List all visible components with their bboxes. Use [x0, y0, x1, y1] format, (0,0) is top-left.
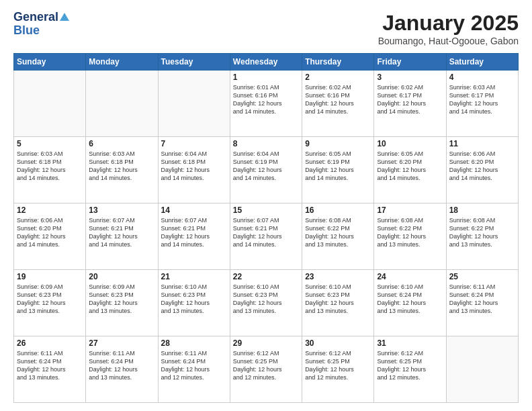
day-info: Sunrise: 6:11 AM Sunset: 6:24 PM Dayligh… [161, 349, 227, 382]
calendar-weekday-saturday: Saturday [446, 54, 518, 71]
day-info: Sunrise: 6:03 AM Sunset: 6:17 PM Dayligh… [449, 83, 515, 116]
calendar-cell: 2Sunrise: 6:02 AM Sunset: 6:16 PM Daylig… [302, 71, 374, 137]
logo-blue: Blue [13, 24, 40, 38]
day-number: 11 [449, 139, 515, 148]
day-number: 16 [305, 205, 371, 215]
calendar-weekday-wednesday: Wednesday [230, 54, 302, 71]
day-number: 13 [89, 205, 154, 215]
calendar-week-0: 1Sunrise: 6:01 AM Sunset: 6:16 PM Daylig… [14, 71, 519, 137]
day-info: Sunrise: 6:07 AM Sunset: 6:21 PM Dayligh… [233, 216, 299, 249]
location-title: Boumango, Haut-Ogooue, Gabon [378, 36, 519, 46]
header: General Blue January 2025 Boumango, Haut… [13, 11, 519, 46]
calendar-cell [14, 71, 86, 137]
calendar-cell: 7Sunrise: 6:04 AM Sunset: 6:18 PM Daylig… [158, 137, 230, 203]
day-info: Sunrise: 6:08 AM Sunset: 6:22 PM Dayligh… [377, 216, 443, 249]
calendar-cell: 13Sunrise: 6:07 AM Sunset: 6:21 PM Dayli… [86, 203, 158, 270]
calendar-weekday-thursday: Thursday [302, 54, 374, 71]
day-info: Sunrise: 6:11 AM Sunset: 6:24 PM Dayligh… [89, 349, 154, 382]
calendar-cell: 21Sunrise: 6:10 AM Sunset: 6:23 PM Dayli… [158, 270, 230, 336]
day-info: Sunrise: 6:04 AM Sunset: 6:19 PM Dayligh… [233, 150, 299, 183]
calendar-week-1: 5Sunrise: 6:03 AM Sunset: 6:18 PM Daylig… [14, 137, 519, 203]
day-number: 20 [89, 272, 154, 281]
day-info: Sunrise: 6:06 AM Sunset: 6:20 PM Dayligh… [449, 150, 515, 183]
day-number: 29 [233, 338, 299, 348]
day-info: Sunrise: 6:09 AM Sunset: 6:23 PM Dayligh… [89, 283, 154, 316]
calendar-cell: 9Sunrise: 6:05 AM Sunset: 6:19 PM Daylig… [302, 137, 374, 203]
day-number: 18 [449, 205, 515, 215]
day-number: 6 [89, 139, 154, 148]
day-number: 22 [233, 272, 299, 281]
day-info: Sunrise: 6:10 AM Sunset: 6:23 PM Dayligh… [161, 283, 227, 316]
calendar-week-2: 12Sunrise: 6:06 AM Sunset: 6:20 PM Dayli… [14, 203, 519, 270]
calendar-cell: 26Sunrise: 6:11 AM Sunset: 6:24 PM Dayli… [14, 336, 86, 403]
calendar-cell: 11Sunrise: 6:06 AM Sunset: 6:20 PM Dayli… [446, 137, 518, 203]
day-number: 31 [377, 338, 443, 348]
day-number: 4 [449, 73, 515, 82]
day-info: Sunrise: 6:09 AM Sunset: 6:23 PM Dayligh… [17, 283, 83, 316]
day-info: Sunrise: 6:06 AM Sunset: 6:20 PM Dayligh… [17, 216, 83, 249]
day-number: 1 [233, 73, 299, 82]
day-info: Sunrise: 6:12 AM Sunset: 6:25 PM Dayligh… [233, 349, 299, 382]
title-area: January 2025 Boumango, Haut-Ogooue, Gabo… [378, 11, 519, 46]
svg-marker-0 [60, 13, 69, 21]
month-title: January 2025 [378, 11, 519, 36]
day-number: 12 [17, 205, 83, 215]
day-number: 3 [377, 73, 443, 82]
calendar-cell: 4Sunrise: 6:03 AM Sunset: 6:17 PM Daylig… [446, 71, 518, 137]
day-info: Sunrise: 6:11 AM Sunset: 6:24 PM Dayligh… [449, 283, 515, 316]
day-number: 10 [377, 139, 443, 148]
calendar-cell: 19Sunrise: 6:09 AM Sunset: 6:23 PM Dayli… [14, 270, 86, 336]
day-number: 19 [17, 272, 83, 281]
calendar-cell: 5Sunrise: 6:03 AM Sunset: 6:18 PM Daylig… [14, 137, 86, 203]
calendar-cell: 6Sunrise: 6:03 AM Sunset: 6:18 PM Daylig… [86, 137, 158, 203]
calendar-cell: 16Sunrise: 6:08 AM Sunset: 6:22 PM Dayli… [302, 203, 374, 270]
logo-icon [58, 11, 71, 24]
calendar-header-row: SundayMondayTuesdayWednesdayThursdayFrid… [14, 54, 519, 71]
calendar-weekday-monday: Monday [86, 54, 158, 71]
day-number: 15 [233, 205, 299, 215]
calendar-cell: 3Sunrise: 6:02 AM Sunset: 6:17 PM Daylig… [374, 71, 446, 137]
day-info: Sunrise: 6:02 AM Sunset: 6:16 PM Dayligh… [305, 83, 371, 116]
day-info: Sunrise: 6:12 AM Sunset: 6:25 PM Dayligh… [377, 349, 443, 382]
calendar-weekday-tuesday: Tuesday [158, 54, 230, 71]
day-info: Sunrise: 6:05 AM Sunset: 6:20 PM Dayligh… [377, 150, 443, 183]
calendar-cell: 28Sunrise: 6:11 AM Sunset: 6:24 PM Dayli… [158, 336, 230, 403]
day-number: 24 [377, 272, 443, 281]
logo-general: General [13, 11, 58, 24]
calendar-cell: 15Sunrise: 6:07 AM Sunset: 6:21 PM Dayli… [230, 203, 302, 270]
calendar-cell: 24Sunrise: 6:10 AM Sunset: 6:24 PM Dayli… [374, 270, 446, 336]
day-info: Sunrise: 6:10 AM Sunset: 6:23 PM Dayligh… [305, 283, 371, 316]
calendar-cell: 25Sunrise: 6:11 AM Sunset: 6:24 PM Dayli… [446, 270, 518, 336]
calendar-weekday-friday: Friday [374, 54, 446, 71]
day-info: Sunrise: 6:01 AM Sunset: 6:16 PM Dayligh… [233, 83, 299, 116]
calendar-cell: 30Sunrise: 6:12 AM Sunset: 6:25 PM Dayli… [302, 336, 374, 403]
day-number: 5 [17, 139, 83, 148]
day-number: 8 [233, 139, 299, 148]
day-number: 23 [305, 272, 371, 281]
calendar-week-4: 26Sunrise: 6:11 AM Sunset: 6:24 PM Dayli… [14, 336, 519, 403]
calendar-cell [446, 336, 518, 403]
day-info: Sunrise: 6:10 AM Sunset: 6:23 PM Dayligh… [233, 283, 299, 316]
day-number: 27 [89, 338, 154, 348]
day-number: 2 [305, 73, 371, 82]
day-number: 30 [305, 338, 371, 348]
day-info: Sunrise: 6:07 AM Sunset: 6:21 PM Dayligh… [161, 216, 227, 249]
day-number: 7 [161, 139, 227, 148]
calendar-cell: 27Sunrise: 6:11 AM Sunset: 6:24 PM Dayli… [86, 336, 158, 403]
page: General Blue January 2025 Boumango, Haut… [0, 0, 532, 411]
day-number: 28 [161, 338, 227, 348]
day-number: 14 [161, 205, 227, 215]
calendar-cell: 12Sunrise: 6:06 AM Sunset: 6:20 PM Dayli… [14, 203, 86, 270]
calendar-cell: 8Sunrise: 6:04 AM Sunset: 6:19 PM Daylig… [230, 137, 302, 203]
calendar-cell: 18Sunrise: 6:08 AM Sunset: 6:22 PM Dayli… [446, 203, 518, 270]
day-number: 26 [17, 338, 83, 348]
calendar-cell: 22Sunrise: 6:10 AM Sunset: 6:23 PM Dayli… [230, 270, 302, 336]
calendar-cell: 14Sunrise: 6:07 AM Sunset: 6:21 PM Dayli… [158, 203, 230, 270]
day-info: Sunrise: 6:08 AM Sunset: 6:22 PM Dayligh… [449, 216, 515, 249]
calendar-table: SundayMondayTuesdayWednesdayThursdayFrid… [13, 53, 519, 403]
calendar-cell: 10Sunrise: 6:05 AM Sunset: 6:20 PM Dayli… [374, 137, 446, 203]
day-info: Sunrise: 6:11 AM Sunset: 6:24 PM Dayligh… [17, 349, 83, 382]
day-number: 25 [449, 272, 515, 281]
calendar-cell: 17Sunrise: 6:08 AM Sunset: 6:22 PM Dayli… [374, 203, 446, 270]
calendar-week-3: 19Sunrise: 6:09 AM Sunset: 6:23 PM Dayli… [14, 270, 519, 336]
